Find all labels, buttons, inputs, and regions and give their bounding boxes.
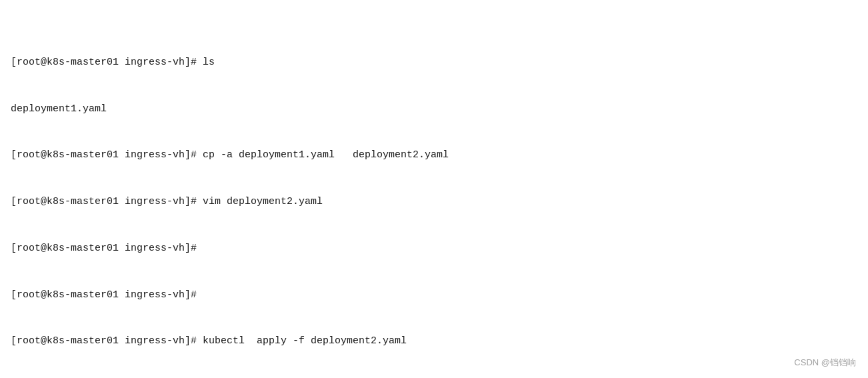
watermark: CSDN @铛铛响 bbox=[794, 357, 856, 369]
terminal-container: [root@k8s-master01 ingress-vh]# ls deplo… bbox=[0, 0, 868, 378]
line-2: deployment1.yaml bbox=[11, 101, 857, 117]
prompt-3: [root@k8s-master01 ingress-vh]# vim depl… bbox=[11, 196, 323, 207]
line-1: [root@k8s-master01 ingress-vh]# ls bbox=[11, 55, 857, 70]
prompt-6: [root@k8s-master01 ingress-vh]# kubectl … bbox=[11, 335, 407, 347]
line-5: [root@k8s-master01 ingress-vh]# bbox=[11, 241, 857, 256]
output-1: deployment1.yaml bbox=[11, 103, 107, 115]
prompt-2: [root@k8s-master01 ingress-vh]# cp -a de… bbox=[11, 149, 449, 161]
line-6: [root@k8s-master01 ingress-vh]# bbox=[11, 287, 857, 303]
line-3: [root@k8s-master01 ingress-vh]# cp -a de… bbox=[11, 147, 857, 163]
line-4: [root@k8s-master01 ingress-vh]# vim depl… bbox=[11, 194, 857, 209]
line-7: [root@k8s-master01 ingress-vh]# kubectl … bbox=[11, 333, 857, 349]
prompt-1: [root@k8s-master01 ingress-vh]# ls bbox=[11, 57, 215, 68]
terminal-content: [root@k8s-master01 ingress-vh]# ls deplo… bbox=[11, 8, 857, 378]
prompt-5: [root@k8s-master01 ingress-vh]# bbox=[11, 289, 197, 301]
prompt-4: [root@k8s-master01 ingress-vh]# bbox=[11, 243, 197, 254]
